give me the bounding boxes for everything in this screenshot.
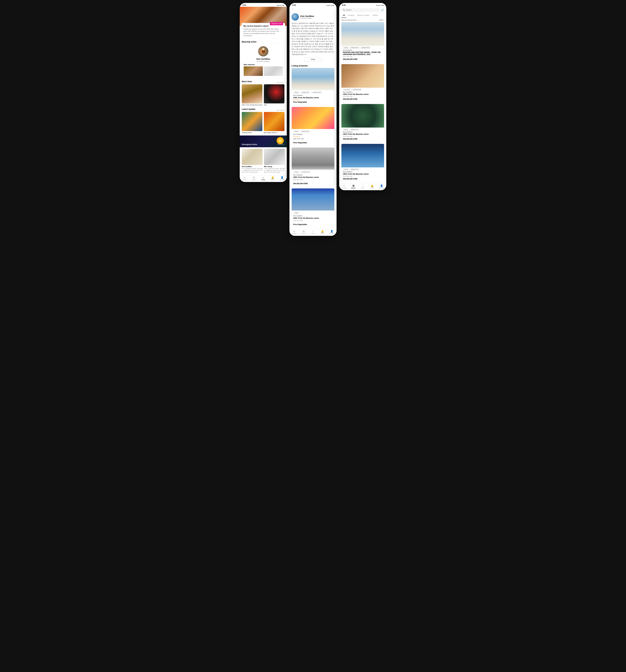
emerging-banner-title: Emerging Artists [242,143,257,145]
my-sales-icon: ⊙ [244,176,246,179]
latest-item-1[interactable]: Quaking Aspen [242,112,262,134]
grid-badge-listing-4: Listing [343,168,349,170]
phone-1: 9:41 ▲▲▲ ● ■ Register to sell My current… [240,3,287,182]
badge-listing-2: Listing [293,130,299,133]
listing-img-1 [292,68,334,90]
listing-price-2: 유화 위에 유화 [292,137,334,141]
most-view-title-1: #303, From the Beaches series [242,104,262,106]
emerging-desc-2: 아시아 예술계에 따르면는 별, [예술가 이름]은 한나라의 한 시대서, 예… [264,168,285,173]
nav-label-mypage-2: My page [329,233,334,234]
nav-home-1[interactable]: ⌂ Home [259,176,268,181]
tab-painting[interactable]: Painting [346,13,356,18]
nav-mypage-1[interactable]: 👤 My page [277,176,287,181]
artist-avatar-bluechip [258,46,269,56]
phone2-content: ← Kim SunWoo b.1936, Korean 김선우는 경남대학교와 … [289,7,337,229]
listing-item-4[interactable]: Listing Kim SunWoo #303, From the Beache… [292,188,334,227]
phone-3: 9:41 ▲▲▲ ● ■ 🔍 🛒 All Painting Works on p… [339,3,386,190]
emerging-name-1: Kim SunWoo [242,166,262,167]
battery-icon-2: ■ [333,4,333,6]
time-2: 9:41 [293,4,296,6]
register-to-sell-button[interactable]: Register to sell [270,22,283,25]
wifi-icon-3: ● [381,4,382,6]
search-input[interactable] [346,9,378,11]
listing-stars-2: ★★★★★ [292,136,334,137]
listing-price-3: 300,000,000 KRW [292,182,334,186]
emerging-card-2[interactable]: Min Young 아시아 예술계에 따르면는 별, [예술가 이름]은 한나라… [264,149,285,173]
listing-badges-3: Listing Certified Work [292,170,334,174]
nav-label-mypage-1: My page [280,179,285,181]
nav-home-3[interactable]: ⌂ Home [358,185,367,189]
listing-price-1: Price Negotiable [292,101,334,104]
listing-badges-1: Listing Verified Work Certified Work [292,90,334,94]
listing-artist-1: Kim SunWoo [292,94,334,96]
filter-button[interactable]: Filter ≡ [379,19,384,21]
listing-item-1[interactable]: Listing Verified Work Certified Work Kim… [292,68,334,105]
emerging-see-more[interactable]: See more › [278,144,285,145]
nav-mypage-2[interactable]: 👤 My page [327,230,337,234]
grid-medium-1: 유화 위에 유화 [341,56,384,58]
listing-item-3[interactable]: Listing Certified Work Kim SunWoo #303, … [292,147,334,186]
nav-market-1[interactable]: ⊞ Market [249,176,259,181]
emerging-name-2: Min Young [264,166,285,167]
most-view-item-1[interactable]: #303, From the Beaches series [242,84,262,106]
nav-home-2[interactable]: ⌂ Home [308,230,318,234]
grid-artist-2: Kim SunWoo [341,91,384,93]
sort-label[interactable]: Sort by: Newest Item ↑↓ [341,19,358,21]
latest-item-2[interactable]: Miss (Apple Sidra), 2... [264,112,284,134]
nav-label-my-sales-3: My sales [341,187,347,189]
listing-medium-4: 유화 위에 유화 [292,219,334,223]
phone3-content: 🔍 🛒 All Painting Works on paper Edition … [339,7,386,184]
bluechip-title: Bluechip Artist [240,39,258,44]
grid-badge-certified-1: Certified Work [360,47,371,49]
search-bar[interactable]: 🔍 [341,8,380,12]
listing-badges-2: Listing Verified Work [292,129,334,133]
most-view-item-2[interactable]: Spin [264,84,284,106]
bottom-nav-3: ⊙ My sales ⊞ Market ⌂ Home 🔔 Notice 👤 My… [339,184,386,190]
listing-stars-1: ★★★★★ [292,99,334,101]
badge-listing-3: Listing [293,171,299,173]
badge-certified-3: Certified Work [300,171,311,173]
nav-notice-2[interactable]: 🔔 Notice [318,230,327,234]
grid-medium-4: 유화 위에 유화 [341,175,384,177]
latest-title-1: Quaking Aspen [242,132,262,134]
most-view-title: Most View [240,80,254,83]
my-sales-icon-3: ⊙ [343,185,345,187]
close-button[interactable]: Close [305,57,321,62]
nav-market-3[interactable]: ⊞ Market [349,185,358,189]
grid-item-2[interactable]: In process Certified work Kim SunWoo #30… [341,64,384,102]
nav-my-sales-3[interactable]: ⊙ My sales [339,185,349,189]
nav-my-sales-2[interactable]: ⊙ My sales [289,230,299,234]
grid-price-2: 300,000,000 KRW [341,98,384,102]
grid-badge-listing-1: Listing [343,47,349,49]
back-button[interactable]: ← [292,8,294,10]
artist-profile-info: Kim SunWoo b.1936, Korean [300,15,314,19]
emerging-card-1[interactable]: Kim SunWoo 아시아 예술계에 따르면는 별, [예술가 이름]은 한나… [242,149,262,173]
tab-all[interactable]: All [341,13,346,18]
nav-notice-3[interactable]: 🔔 Notice [367,185,377,189]
most-view-see-more[interactable]: See more › [275,80,287,84]
bluechip-section: Bluechip Artist Kim SunWoo (b.1936, Kore… [240,41,287,78]
grid-img-4 [341,144,384,167]
nav-market-2[interactable]: ⊞ Market [299,230,308,234]
grid-img-3 [341,104,384,127]
nav-my-sales-1[interactable]: ⊙ My sales [240,176,249,181]
listing-artist-2: Kim SunWoo [292,133,334,136]
grid-item-4[interactable]: Listing Verified work Kim SunWoo #303, F… [341,144,384,182]
tab-works-on-paper[interactable]: Works on paper [356,13,371,18]
nav-mypage-3[interactable]: 👤 My page [377,185,386,189]
listing-item-2[interactable]: Listing Verified Work Kim SunWoo ★★★★★ 유… [292,107,334,145]
cart-icon[interactable]: 🛒 [381,8,384,11]
artwork-thumb-1[interactable] [244,66,263,76]
grid-item-3[interactable]: Listing Verified work Kim SunWoo #303, F… [341,104,384,142]
latest-update-see-more[interactable]: See more › [275,108,287,112]
tab-edition[interactable]: Edition [371,13,379,18]
bluechip-card[interactable]: Kim SunWoo (b.1936, Korean) Main Artwork… [241,43,285,78]
grid-badge-verified-1: Verified Work [349,47,360,49]
artwork-thumb-2[interactable] [264,66,283,76]
nav-notice-1[interactable]: 🔔 Notice [268,176,277,181]
grid-item-1[interactable]: Listing Verified Work Certified Work Kim… [341,22,384,62]
grid-medium-3: 유화 위에 유화 [341,135,384,138]
badge-certified-1: Certified Work [311,91,322,94]
listing-artist-3: Kim SunWoo [292,174,334,176]
grid-price-4: 300,000,000 KRW [341,177,384,182]
